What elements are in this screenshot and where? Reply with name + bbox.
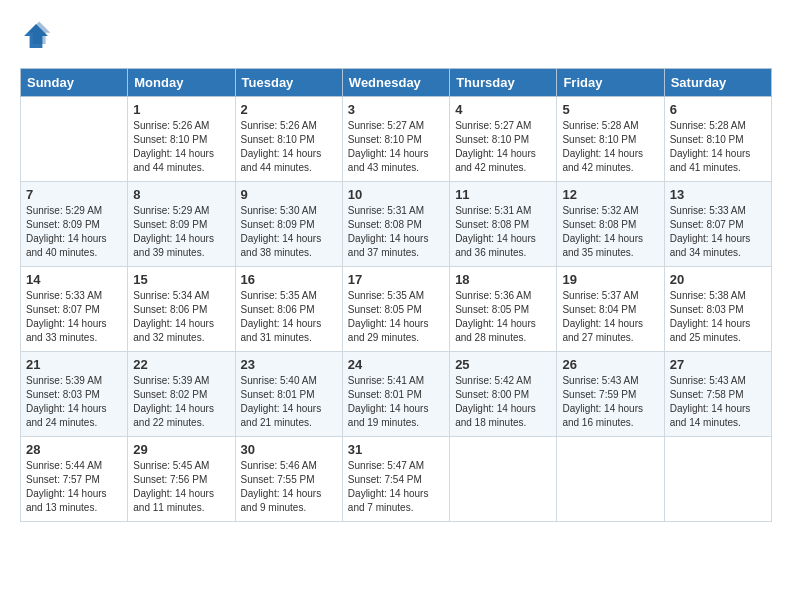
day-info: Sunrise: 5:39 AM Sunset: 8:02 PM Dayligh…	[133, 374, 229, 430]
week-row-3: 14Sunrise: 5:33 AM Sunset: 8:07 PM Dayli…	[21, 267, 772, 352]
day-info: Sunrise: 5:37 AM Sunset: 8:04 PM Dayligh…	[562, 289, 658, 345]
day-number: 10	[348, 187, 444, 202]
day-number: 1	[133, 102, 229, 117]
calendar-cell: 17Sunrise: 5:35 AM Sunset: 8:05 PM Dayli…	[342, 267, 449, 352]
calendar-cell: 28Sunrise: 5:44 AM Sunset: 7:57 PM Dayli…	[21, 437, 128, 522]
day-number: 30	[241, 442, 337, 457]
day-number: 6	[670, 102, 766, 117]
day-number: 28	[26, 442, 122, 457]
page-header	[20, 20, 772, 52]
day-info: Sunrise: 5:41 AM Sunset: 8:01 PM Dayligh…	[348, 374, 444, 430]
week-row-4: 21Sunrise: 5:39 AM Sunset: 8:03 PM Dayli…	[21, 352, 772, 437]
day-info: Sunrise: 5:28 AM Sunset: 8:10 PM Dayligh…	[670, 119, 766, 175]
calendar-cell	[557, 437, 664, 522]
day-number: 21	[26, 357, 122, 372]
day-info: Sunrise: 5:36 AM Sunset: 8:05 PM Dayligh…	[455, 289, 551, 345]
day-info: Sunrise: 5:30 AM Sunset: 8:09 PM Dayligh…	[241, 204, 337, 260]
calendar-cell: 16Sunrise: 5:35 AM Sunset: 8:06 PM Dayli…	[235, 267, 342, 352]
day-info: Sunrise: 5:46 AM Sunset: 7:55 PM Dayligh…	[241, 459, 337, 515]
calendar-cell: 14Sunrise: 5:33 AM Sunset: 8:07 PM Dayli…	[21, 267, 128, 352]
column-header-sunday: Sunday	[21, 69, 128, 97]
day-info: Sunrise: 5:40 AM Sunset: 8:01 PM Dayligh…	[241, 374, 337, 430]
logo-icon	[20, 20, 52, 52]
day-number: 14	[26, 272, 122, 287]
column-header-saturday: Saturday	[664, 69, 771, 97]
day-info: Sunrise: 5:27 AM Sunset: 8:10 PM Dayligh…	[348, 119, 444, 175]
day-info: Sunrise: 5:42 AM Sunset: 8:00 PM Dayligh…	[455, 374, 551, 430]
week-row-2: 7Sunrise: 5:29 AM Sunset: 8:09 PM Daylig…	[21, 182, 772, 267]
day-number: 20	[670, 272, 766, 287]
calendar-table: SundayMondayTuesdayWednesdayThursdayFrid…	[20, 68, 772, 522]
day-info: Sunrise: 5:47 AM Sunset: 7:54 PM Dayligh…	[348, 459, 444, 515]
calendar-cell: 3Sunrise: 5:27 AM Sunset: 8:10 PM Daylig…	[342, 97, 449, 182]
day-number: 16	[241, 272, 337, 287]
week-row-5: 28Sunrise: 5:44 AM Sunset: 7:57 PM Dayli…	[21, 437, 772, 522]
day-number: 2	[241, 102, 337, 117]
calendar-cell: 31Sunrise: 5:47 AM Sunset: 7:54 PM Dayli…	[342, 437, 449, 522]
day-number: 12	[562, 187, 658, 202]
calendar-cell: 23Sunrise: 5:40 AM Sunset: 8:01 PM Dayli…	[235, 352, 342, 437]
column-header-monday: Monday	[128, 69, 235, 97]
day-info: Sunrise: 5:38 AM Sunset: 8:03 PM Dayligh…	[670, 289, 766, 345]
day-number: 19	[562, 272, 658, 287]
calendar-cell: 8Sunrise: 5:29 AM Sunset: 8:09 PM Daylig…	[128, 182, 235, 267]
day-number: 18	[455, 272, 551, 287]
calendar-cell: 2Sunrise: 5:26 AM Sunset: 8:10 PM Daylig…	[235, 97, 342, 182]
day-number: 25	[455, 357, 551, 372]
calendar-cell: 15Sunrise: 5:34 AM Sunset: 8:06 PM Dayli…	[128, 267, 235, 352]
calendar-cell: 20Sunrise: 5:38 AM Sunset: 8:03 PM Dayli…	[664, 267, 771, 352]
calendar-cell: 9Sunrise: 5:30 AM Sunset: 8:09 PM Daylig…	[235, 182, 342, 267]
day-info: Sunrise: 5:43 AM Sunset: 7:59 PM Dayligh…	[562, 374, 658, 430]
day-number: 15	[133, 272, 229, 287]
calendar-cell: 4Sunrise: 5:27 AM Sunset: 8:10 PM Daylig…	[450, 97, 557, 182]
column-header-friday: Friday	[557, 69, 664, 97]
day-info: Sunrise: 5:31 AM Sunset: 8:08 PM Dayligh…	[455, 204, 551, 260]
day-number: 13	[670, 187, 766, 202]
calendar-cell: 6Sunrise: 5:28 AM Sunset: 8:10 PM Daylig…	[664, 97, 771, 182]
day-info: Sunrise: 5:29 AM Sunset: 8:09 PM Dayligh…	[26, 204, 122, 260]
day-number: 26	[562, 357, 658, 372]
calendar-cell: 29Sunrise: 5:45 AM Sunset: 7:56 PM Dayli…	[128, 437, 235, 522]
day-info: Sunrise: 5:26 AM Sunset: 8:10 PM Dayligh…	[241, 119, 337, 175]
day-info: Sunrise: 5:35 AM Sunset: 8:06 PM Dayligh…	[241, 289, 337, 345]
day-info: Sunrise: 5:45 AM Sunset: 7:56 PM Dayligh…	[133, 459, 229, 515]
day-number: 23	[241, 357, 337, 372]
day-number: 5	[562, 102, 658, 117]
day-info: Sunrise: 5:32 AM Sunset: 8:08 PM Dayligh…	[562, 204, 658, 260]
day-info: Sunrise: 5:29 AM Sunset: 8:09 PM Dayligh…	[133, 204, 229, 260]
day-info: Sunrise: 5:34 AM Sunset: 8:06 PM Dayligh…	[133, 289, 229, 345]
day-number: 24	[348, 357, 444, 372]
calendar-cell: 1Sunrise: 5:26 AM Sunset: 8:10 PM Daylig…	[128, 97, 235, 182]
calendar-cell: 26Sunrise: 5:43 AM Sunset: 7:59 PM Dayli…	[557, 352, 664, 437]
calendar-cell: 11Sunrise: 5:31 AM Sunset: 8:08 PM Dayli…	[450, 182, 557, 267]
day-number: 17	[348, 272, 444, 287]
calendar-cell: 27Sunrise: 5:43 AM Sunset: 7:58 PM Dayli…	[664, 352, 771, 437]
day-number: 27	[670, 357, 766, 372]
day-number: 7	[26, 187, 122, 202]
calendar-cell: 22Sunrise: 5:39 AM Sunset: 8:02 PM Dayli…	[128, 352, 235, 437]
calendar-cell: 10Sunrise: 5:31 AM Sunset: 8:08 PM Dayli…	[342, 182, 449, 267]
column-header-tuesday: Tuesday	[235, 69, 342, 97]
day-info: Sunrise: 5:26 AM Sunset: 8:10 PM Dayligh…	[133, 119, 229, 175]
calendar-cell: 21Sunrise: 5:39 AM Sunset: 8:03 PM Dayli…	[21, 352, 128, 437]
calendar-cell: 24Sunrise: 5:41 AM Sunset: 8:01 PM Dayli…	[342, 352, 449, 437]
calendar-cell: 25Sunrise: 5:42 AM Sunset: 8:00 PM Dayli…	[450, 352, 557, 437]
day-info: Sunrise: 5:31 AM Sunset: 8:08 PM Dayligh…	[348, 204, 444, 260]
header-row: SundayMondayTuesdayWednesdayThursdayFrid…	[21, 69, 772, 97]
day-number: 29	[133, 442, 229, 457]
day-info: Sunrise: 5:43 AM Sunset: 7:58 PM Dayligh…	[670, 374, 766, 430]
day-info: Sunrise: 5:44 AM Sunset: 7:57 PM Dayligh…	[26, 459, 122, 515]
calendar-cell: 12Sunrise: 5:32 AM Sunset: 8:08 PM Dayli…	[557, 182, 664, 267]
week-row-1: 1Sunrise: 5:26 AM Sunset: 8:10 PM Daylig…	[21, 97, 772, 182]
calendar-cell: 5Sunrise: 5:28 AM Sunset: 8:10 PM Daylig…	[557, 97, 664, 182]
day-info: Sunrise: 5:33 AM Sunset: 8:07 PM Dayligh…	[26, 289, 122, 345]
day-number: 11	[455, 187, 551, 202]
day-info: Sunrise: 5:27 AM Sunset: 8:10 PM Dayligh…	[455, 119, 551, 175]
calendar-cell: 19Sunrise: 5:37 AM Sunset: 8:04 PM Dayli…	[557, 267, 664, 352]
day-info: Sunrise: 5:33 AM Sunset: 8:07 PM Dayligh…	[670, 204, 766, 260]
calendar-cell	[664, 437, 771, 522]
day-number: 22	[133, 357, 229, 372]
day-number: 31	[348, 442, 444, 457]
calendar-cell: 30Sunrise: 5:46 AM Sunset: 7:55 PM Dayli…	[235, 437, 342, 522]
column-header-thursday: Thursday	[450, 69, 557, 97]
